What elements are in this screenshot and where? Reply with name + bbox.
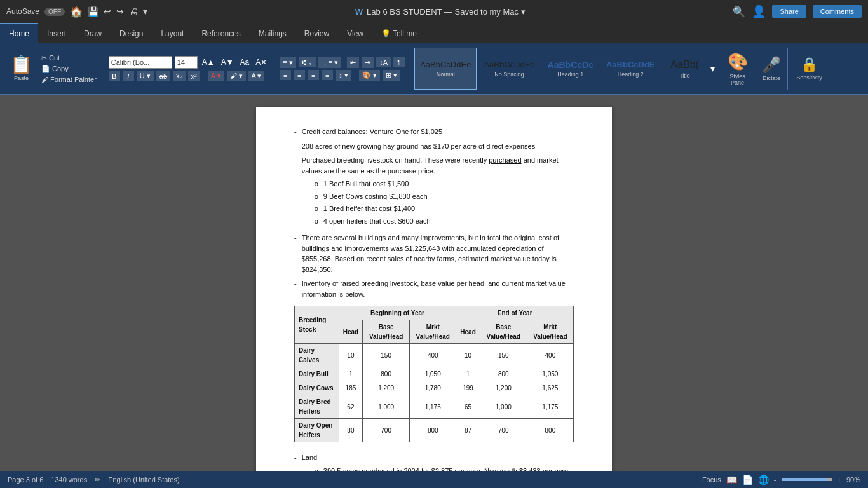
sensitivity-icon: 🔒 xyxy=(801,57,818,73)
highlight-color-button[interactable]: 🖌 ▾ xyxy=(227,71,246,81)
styles-pane-icon: 🎨 xyxy=(728,52,748,72)
multilevel-button[interactable]: ⋮≡ ▾ xyxy=(318,57,341,68)
ribbon-tabs: Home Insert Draw Design Layout Reference… xyxy=(0,23,868,43)
undo-icon[interactable]: ↩ xyxy=(104,6,111,17)
bullets-button[interactable]: ≡ ▾ xyxy=(280,57,295,68)
sort-button[interactable]: ↕A xyxy=(376,57,391,67)
page-indicator: Page 3 of 6 xyxy=(8,476,43,484)
paste-button[interactable]: 📋 Paste xyxy=(6,53,36,84)
zoom-slider[interactable] xyxy=(782,478,832,481)
list-item: o4 open heifers that cost $600 each xyxy=(315,216,574,227)
tab-layout[interactable]: Layout xyxy=(152,23,193,43)
print-icon[interactable]: 🖨 xyxy=(129,6,138,17)
para-row-1: ≡ ▾ ⑆ ▾ ⋮≡ ▾ ⇤ ⇥ ↕A ¶ xyxy=(280,57,405,68)
list-item: o1 Bred heifer that cost $1,400 xyxy=(315,203,574,214)
table-col-base-begin: Base Value/Head xyxy=(363,320,410,344)
change-case-icon[interactable]: Aa xyxy=(238,57,252,67)
dictate-icon: 🎤 xyxy=(762,56,781,74)
search-icon[interactable]: 🔍 xyxy=(733,6,745,18)
save-icon[interactable]: 💾 xyxy=(88,6,98,17)
focus-button[interactable]: Focus xyxy=(702,476,721,484)
superscript-button[interactable]: x² xyxy=(188,71,200,81)
zoom-out-icon[interactable]: - xyxy=(774,476,776,484)
user-icon[interactable]: 👤 xyxy=(752,4,766,18)
comments-button[interactable]: Comments xyxy=(813,5,862,18)
dictate-button[interactable]: 🎤 Dictate xyxy=(756,48,788,90)
align-left-button[interactable]: ≡ xyxy=(280,70,291,80)
increase-font-icon[interactable]: A▲ xyxy=(200,57,217,67)
text-color-button[interactable]: A ▾ xyxy=(248,71,265,81)
show-formatting-button[interactable]: ¶ xyxy=(393,57,405,67)
subscript-button[interactable]: x₂ xyxy=(173,71,186,81)
decrease-indent-button[interactable]: ⇤ xyxy=(347,57,359,68)
copy-button[interactable]: 📄 Copy xyxy=(39,64,99,74)
print-layout-icon[interactable]: 📄 xyxy=(742,475,753,485)
font-name-input[interactable]: Calibri (Bo... xyxy=(109,56,172,69)
redo-icon[interactable]: ↪ xyxy=(116,6,124,17)
bold-button[interactable]: B xyxy=(109,71,120,81)
font-size-input[interactable]: 14 xyxy=(175,56,198,69)
table-col-mrkt-begin: Mrkt Value/Head xyxy=(410,320,456,344)
language-indicator[interactable]: English (United States) xyxy=(108,476,180,484)
land-bullet: - Land o390.5 acres purchased in 2004 fo… xyxy=(294,452,574,471)
web-layout-icon[interactable]: 🌐 xyxy=(758,475,769,485)
underline-button[interactable]: U ▾ xyxy=(137,71,154,81)
table-header-stock: Breeding Stock xyxy=(295,306,339,344)
decrease-font-icon[interactable]: A▼ xyxy=(219,57,236,67)
tab-references[interactable]: References xyxy=(193,23,249,43)
expand-styles-icon[interactable]: ▾ xyxy=(709,64,716,74)
tab-home[interactable]: Home xyxy=(0,23,38,43)
zoom-in-icon[interactable]: + xyxy=(837,476,841,484)
styles-pane-button[interactable]: 🎨 Styles Pane xyxy=(722,48,754,90)
tab-mailings[interactable]: Mailings xyxy=(250,23,295,43)
format-painter-button[interactable]: 🖌 Format Painter xyxy=(39,75,99,84)
title-bar: AutoSave OFF 🏠 💾 ↩ ↪ 🖨 ▾ W Lab 6 BS STUD… xyxy=(0,0,868,23)
home-icon[interactable]: 🏠 xyxy=(70,6,83,18)
increase-indent-button[interactable]: ⇥ xyxy=(362,57,374,68)
clipboard-small-buttons: ✂ Cut 📄 Copy 🖌 Format Painter xyxy=(39,53,99,84)
tab-design[interactable]: Design xyxy=(111,23,152,43)
style-no-spacing[interactable]: AaBbCcDdEe No Spacing xyxy=(478,48,540,90)
edit-mode-icon[interactable]: ✏ xyxy=(95,476,100,484)
tab-draw[interactable]: Draw xyxy=(75,23,111,43)
line-spacing-button[interactable]: ↕ ▾ xyxy=(336,70,351,81)
borders-button[interactable]: ⊞ ▾ xyxy=(383,70,400,81)
style-title[interactable]: AaBb( Title xyxy=(662,48,708,90)
table-col-mrkt-end: Mrkt Value/Head xyxy=(527,320,573,344)
numbering-button[interactable]: ⑆ ▾ xyxy=(299,57,316,67)
word-count: 1340 words xyxy=(51,476,87,484)
sensitivity-button[interactable]: 🔒 Sensitivity xyxy=(790,48,829,90)
share-button[interactable]: Share xyxy=(772,5,806,18)
table-row: Dairy Bred Heifers 621,0001,175 651,0001… xyxy=(295,395,574,419)
autosave-toggle[interactable]: OFF xyxy=(44,8,65,16)
align-right-button[interactable]: ≡ xyxy=(308,70,319,80)
document-title: Lab 6 BS STUDENT — Saved to my Mac ▾ xyxy=(367,7,526,17)
shading-button[interactable]: 🎨 ▾ xyxy=(359,70,380,81)
read-mode-icon[interactable]: 📖 xyxy=(726,475,737,485)
tab-view[interactable]: View xyxy=(338,23,372,43)
tab-tell-me[interactable]: 💡Tell me xyxy=(372,23,426,43)
table-row: Dairy Bull 18001,050 18001,050 xyxy=(295,367,574,381)
cut-button[interactable]: ✂ Cut xyxy=(39,53,99,63)
tab-insert[interactable]: Insert xyxy=(38,23,75,43)
ribbon-content: 📋 Paste ✂ Cut 📄 Copy 🖌 Format Painter Ca… xyxy=(0,43,868,95)
word-icon: W xyxy=(355,7,363,17)
land-section: - Land o390.5 acres purchased in 2004 fo… xyxy=(294,452,574,471)
strikethrough-button[interactable]: ab xyxy=(156,71,170,81)
style-normal[interactable]: AaBbCcDdEe Normal xyxy=(414,48,477,90)
sub-list-3: o1 Beef Bull that cost $1,500 o9 Beef Co… xyxy=(315,179,574,226)
clear-format-icon[interactable]: A✕ xyxy=(254,57,269,67)
font-color-button[interactable]: A ▾ xyxy=(208,71,224,81)
bullet-item-4: - There are several buildings and many i… xyxy=(294,233,574,274)
paragraph-controls: ≡ ▾ ⑆ ▾ ⋮≡ ▾ ⇤ ⇥ ↕A ¶ ≡ ≡ ≡ ≡ ↕ ▾ 🎨 ▾ ⊞ … xyxy=(276,56,409,82)
style-heading1[interactable]: AaBbCcDc Heading 1 xyxy=(542,48,599,90)
italic-button[interactable]: I xyxy=(123,71,134,81)
font-row-1: Calibri (Bo... 14 A▲ A▼ Aa A✕ xyxy=(109,56,269,69)
tab-review[interactable]: Review xyxy=(295,23,338,43)
list-item: o9 Beef Cows costing $1,800 each xyxy=(315,191,574,202)
align-center-button[interactable]: ≡ xyxy=(294,70,305,80)
justify-button[interactable]: ≡ xyxy=(322,70,333,80)
style-heading2[interactable]: AaBbCcDdE Heading 2 xyxy=(600,48,661,90)
more-icon[interactable]: ▾ xyxy=(143,6,147,17)
font-controls: Calibri (Bo... 14 A▲ A▼ Aa A✕ B I U ▾ ab… xyxy=(105,55,273,83)
